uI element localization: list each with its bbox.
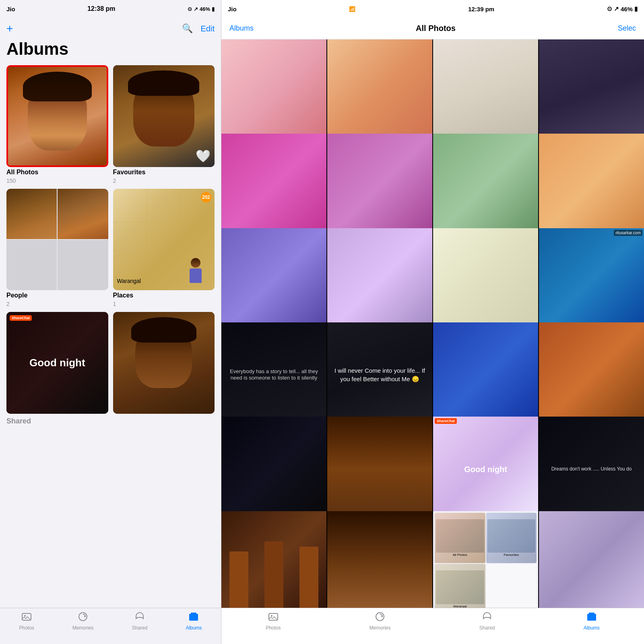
right-battery-area: ⊙ ↗ 46% ▮ xyxy=(607,5,638,12)
sharechat-badge: ShareChat xyxy=(10,315,32,321)
mini-favourites-label: Favourites xyxy=(504,553,519,557)
photo-cell[interactable] xyxy=(327,511,432,608)
add-button[interactable]: + xyxy=(6,22,13,35)
album-people[interactable]: People 2 xyxy=(6,189,108,308)
right-carrier: Jio xyxy=(228,6,237,12)
memories-icon xyxy=(78,611,88,624)
right-shared-label: Shared xyxy=(479,625,495,631)
svg-point-5 xyxy=(24,615,26,617)
photo-cell[interactable] xyxy=(539,511,644,608)
people-face-empty-1 xyxy=(6,240,57,290)
battery-icon: ⊙ xyxy=(188,6,192,12)
left-battery: ⊙ ↗ 46% ▮ xyxy=(188,6,215,12)
left-tab-bar: Photos Memories Shared xyxy=(0,608,221,644)
photo-cell[interactable] xyxy=(433,228,538,333)
mini-albums-cell[interactable]: All Photos Favourites Warangal xyxy=(433,511,538,608)
select-button[interactable]: Selec xyxy=(618,24,636,33)
right-memories-label: Memories xyxy=(369,625,391,631)
shared-item-1[interactable]: ShareChat Good night xyxy=(6,312,108,414)
left-carrier: Jio xyxy=(6,6,15,12)
search-button[interactable]: 🔍 xyxy=(182,23,193,34)
people-face-empty-2 xyxy=(58,240,108,290)
mini-warangal-label: Warangal xyxy=(453,605,467,608)
shared-section-label: Shared xyxy=(6,414,215,427)
photo-cell[interactable] xyxy=(433,39,538,144)
right-shared-icon xyxy=(482,611,492,624)
left-tab-memories[interactable]: Memories xyxy=(72,611,94,631)
album-places[interactable]: 202 Warangal xyxy=(113,189,215,308)
people-face-1 xyxy=(6,189,57,239)
shared-item-2[interactable] xyxy=(113,312,215,414)
photo-cell[interactable] xyxy=(221,511,326,608)
svg-rect-8 xyxy=(191,613,196,614)
photo-cell[interactable] xyxy=(327,39,432,144)
location-icon: ↗ xyxy=(194,6,198,12)
places-map: 202 Warangal xyxy=(113,189,215,291)
photo-cell[interactable] xyxy=(539,39,644,144)
photo-cell[interactable] xyxy=(221,134,326,239)
left-tab-albums[interactable]: Albums xyxy=(186,611,202,631)
left-tab-shared[interactable]: Shared xyxy=(132,611,148,631)
photo-cell[interactable] xyxy=(539,134,644,239)
right-tab-bar: Photos Memories Shared xyxy=(221,608,644,644)
dreams-text: Dreams don't work ..... Unless You do xyxy=(539,417,644,522)
photo-cell[interactable] xyxy=(433,322,538,427)
left-tab-photos[interactable]: Photos xyxy=(19,611,34,631)
favourites-name: Favourites xyxy=(113,169,215,176)
right-albums-label: Albums xyxy=(584,625,600,631)
photo-cell[interactable]: ritusarkar.com xyxy=(539,228,644,333)
photo-cell[interactable] xyxy=(221,39,326,144)
photo-cell-quote-1[interactable]: Everybody has a story to tell... all the… xyxy=(221,322,326,427)
photo-cell[interactable] xyxy=(221,228,326,333)
right-lock-icon: ⊙ xyxy=(607,5,612,12)
favourites-count: 2 xyxy=(113,178,215,184)
photo-cell-video-1[interactable]: 0:24 xyxy=(221,417,326,522)
right-tab-photos[interactable]: Photos xyxy=(266,611,281,631)
photo-cell[interactable] xyxy=(327,134,432,239)
photo-cell-video-2[interactable]: 0:18 Dreams don't work ..... Unless You … xyxy=(539,417,644,522)
right-photos-label: Photos xyxy=(266,625,281,631)
people-name: People xyxy=(6,292,108,299)
search-icon: 🔍 xyxy=(182,23,193,33)
photo-cell-quote-2[interactable]: I will never Come into your life... If y… xyxy=(327,322,432,427)
all-photos-thumb xyxy=(6,65,108,167)
edit-button[interactable]: Edit xyxy=(201,24,215,33)
album-all-photos[interactable]: All Photos 150 xyxy=(6,65,108,184)
people-thumb xyxy=(6,189,108,291)
photo-cell[interactable] xyxy=(327,417,432,522)
all-photos-count: 150 xyxy=(6,178,108,184)
photo-cell[interactable] xyxy=(327,228,432,333)
all-photos-name: All Photos xyxy=(6,169,108,176)
quote-text-2: I will never Come into your life... If y… xyxy=(327,322,432,427)
back-button[interactable]: Albums xyxy=(229,24,254,33)
favourites-bg: 🤍 xyxy=(113,65,215,167)
photo-cell-goodnight[interactable]: ShareChat Good night xyxy=(433,417,538,522)
svg-rect-7 xyxy=(189,614,198,621)
albums-icon xyxy=(188,611,199,624)
photo-cell[interactable]: me xyxy=(539,322,644,427)
right-nav-title: All Photos xyxy=(416,24,456,33)
good-night-overlay: Good night xyxy=(25,353,89,373)
mini-all-photos-label: All Photos xyxy=(453,553,467,557)
left-panel: Jio 12:38 pm ⊙ ↗ 46% ▮ + 🔍 Edit Albums xyxy=(0,0,221,644)
places-count: 1 xyxy=(113,301,215,307)
albums-grid: All Photos 150 🤍 Favourites 2 xyxy=(6,65,215,307)
left-shared-label: Shared xyxy=(132,625,148,631)
shared-thumb-2 xyxy=(113,312,215,414)
right-wifi-icon: 📶 xyxy=(349,6,355,12)
left-memories-label: Memories xyxy=(72,625,94,631)
photo-cell[interactable] xyxy=(433,134,538,239)
left-albums-label: Albums xyxy=(186,625,202,631)
right-nav-bar: Albums All Photos Selec xyxy=(221,18,644,39)
photos-icon xyxy=(21,611,32,624)
right-tab-shared[interactable]: Shared xyxy=(479,611,495,631)
album-favourites[interactable]: 🤍 Favourites 2 xyxy=(113,65,215,184)
right-tab-albums[interactable]: Albums xyxy=(584,611,600,631)
favourites-thumb: 🤍 xyxy=(113,65,215,167)
right-time: 12:39 pm xyxy=(468,6,494,12)
right-memories-icon xyxy=(375,611,385,624)
right-location-icon: ↗ xyxy=(614,5,619,12)
svg-rect-13 xyxy=(589,613,594,614)
albums-title: Albums xyxy=(0,39,221,65)
right-tab-memories[interactable]: Memories xyxy=(369,611,391,631)
